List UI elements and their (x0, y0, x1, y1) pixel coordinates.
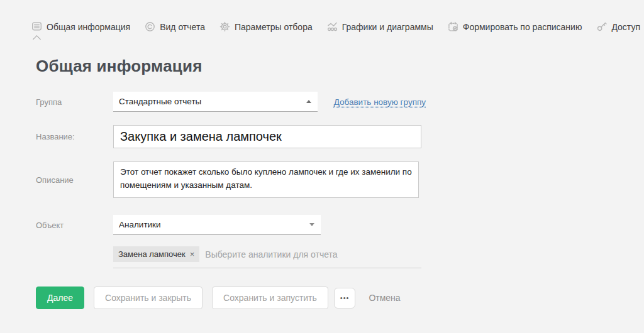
tab-label: Доступ (611, 22, 640, 32)
analytics-search-input[interactable] (205, 249, 421, 259)
remove-tag-icon[interactable]: × (190, 249, 195, 259)
cancel-link[interactable]: Отмена (369, 293, 400, 303)
analytics-tag-input[interactable]: Замена лампочек × (113, 244, 421, 268)
name-row: Название: (36, 125, 426, 148)
report-name-input[interactable] (113, 125, 421, 148)
key-icon (596, 21, 607, 32)
object-select-value: Аналитики (119, 220, 161, 229)
tab-label: Формировать по расписанию (463, 22, 582, 32)
tab-label: Вид отчета (160, 22, 205, 32)
description-textarea[interactable]: Этот отчет покажет сколько было куплено … (113, 161, 419, 198)
group-select[interactable]: Стандартные отчеты (113, 92, 318, 112)
tab-report-view[interactable]: Вид отчета (145, 21, 205, 32)
analytics-tag-chip: Замена лампочек × (113, 246, 199, 262)
document-lines-icon (31, 21, 42, 32)
next-button[interactable]: Далее (36, 287, 84, 309)
object-label: Объект (36, 221, 113, 230)
object-row: Объект Аналитики (36, 215, 426, 235)
tab-schedule[interactable]: Формировать по расписанию (448, 21, 582, 32)
save-close-button[interactable]: Сохранить и закрыть (94, 287, 203, 309)
active-tab-indicator (33, 35, 41, 43)
tab-bar: Общая информация Вид отчета (31, 21, 640, 32)
tab-label: Графики и диаграммы (342, 22, 433, 32)
group-label: Группа (36, 97, 113, 107)
tab-selection-params[interactable]: Параметры отбора (219, 21, 313, 32)
chevron-up-icon (306, 100, 311, 103)
tab-access[interactable]: Доступ (596, 21, 640, 32)
group-select-value: Стандартные отчеты (119, 97, 201, 106)
tag-label: Замена лампочек (118, 249, 186, 259)
description-row: Описание Этот отчет покажет сколько было… (36, 161, 426, 198)
object-select[interactable]: Аналитики (113, 215, 321, 235)
page-title: Общая информация (36, 57, 203, 76)
schedule-calendar-icon (448, 21, 458, 32)
description-label: Описание (36, 161, 113, 185)
gear-icon (219, 21, 230, 32)
tab-label: Параметры отбора (235, 22, 313, 32)
tab-label: Общая информация (47, 22, 130, 32)
chevron-down-icon (309, 223, 314, 226)
chart-icon (327, 21, 338, 32)
action-bar: Далее Сохранить и закрыть Сохранить и за… (36, 287, 401, 309)
add-group-link[interactable]: Добавить новую группу (334, 97, 426, 107)
report-view-icon (145, 21, 155, 32)
tab-general-info[interactable]: Общая информация (31, 21, 130, 32)
save-run-button[interactable]: Сохранить и запустить (212, 287, 328, 309)
tab-charts[interactable]: Графики и диаграммы (327, 21, 433, 32)
more-actions-button[interactable]: ••• (334, 288, 356, 308)
name-label: Название: (36, 132, 113, 141)
general-info-form: Группа Стандартные отчеты Добавить новую… (36, 92, 426, 268)
group-row: Группа Стандартные отчеты Добавить новую… (36, 92, 426, 112)
